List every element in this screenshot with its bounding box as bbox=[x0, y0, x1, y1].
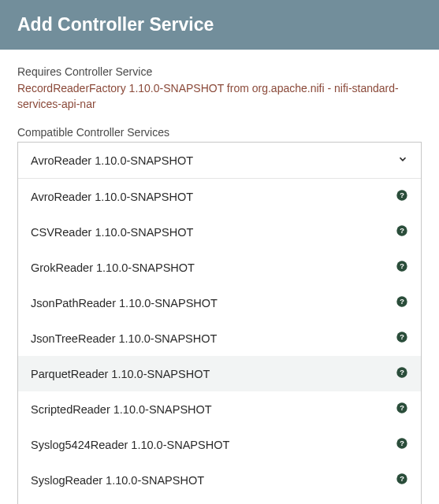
dropdown-option[interactable]: AvroReader 1.10.0-SNAPSHOT? bbox=[18, 179, 421, 214]
help-icon[interactable]: ? bbox=[396, 189, 408, 204]
help-icon[interactable]: ? bbox=[396, 260, 408, 275]
svg-text:?: ? bbox=[400, 405, 404, 413]
help-icon[interactable]: ? bbox=[396, 437, 408, 452]
requires-label: Requires Controller Service bbox=[17, 65, 422, 78]
dialog-title: Add Controller Service bbox=[0, 0, 439, 50]
chevron-down-icon bbox=[397, 154, 408, 167]
option-label: ParquetReader 1.10.0-SNAPSHOT bbox=[31, 368, 210, 380]
add-controller-service-dialog: Add Controller Service Requires Controll… bbox=[0, 0, 439, 504]
help-icon[interactable]: ? bbox=[396, 331, 408, 346]
dropdown-option[interactable]: ParquetReader 1.10.0-SNAPSHOT? bbox=[18, 356, 421, 391]
option-label: ScriptedReader 1.10.0-SNAPSHOT bbox=[31, 403, 212, 416]
dropdown-option[interactable]: ScriptedReader 1.10.0-SNAPSHOT? bbox=[18, 391, 421, 427]
dropdown-options-list: AvroReader 1.10.0-SNAPSHOT?CSVReader 1.1… bbox=[18, 179, 421, 504]
help-icon[interactable]: ? bbox=[396, 295, 408, 310]
svg-text:?: ? bbox=[400, 228, 404, 235]
dropdown-option[interactable]: Syslog5424Reader 1.10.0-SNAPSHOT? bbox=[18, 427, 421, 462]
option-label: CSVReader 1.10.0-SNAPSHOT bbox=[31, 226, 193, 239]
help-icon[interactable]: ? bbox=[396, 472, 408, 487]
dialog-body: Requires Controller Service RecordReader… bbox=[0, 50, 439, 504]
option-label: JsonTreeReader 1.10.0-SNAPSHOT bbox=[31, 332, 217, 345]
dropdown-option[interactable]: JsonTreeReader 1.10.0-SNAPSHOT? bbox=[18, 321, 421, 356]
svg-text:?: ? bbox=[400, 192, 404, 200]
help-icon[interactable]: ? bbox=[396, 402, 408, 417]
svg-text:?: ? bbox=[400, 369, 404, 377]
help-icon[interactable]: ? bbox=[396, 366, 408, 381]
svg-text:?: ? bbox=[400, 476, 404, 484]
svg-text:?: ? bbox=[400, 263, 404, 271]
dropdown-option[interactable]: XMLReader 1.10.0-SNAPSHOT? bbox=[18, 498, 421, 504]
help-icon[interactable]: ? bbox=[396, 224, 408, 239]
dropdown-option[interactable]: JsonPathReader 1.10.0-SNAPSHOT? bbox=[18, 285, 421, 321]
option-label: GrokReader 1.10.0-SNAPSHOT bbox=[31, 261, 195, 274]
dropdown-option[interactable]: SyslogReader 1.10.0-SNAPSHOT? bbox=[18, 462, 421, 498]
compatible-label: Compatible Controller Services bbox=[17, 126, 422, 139]
dropdown-option[interactable]: CSVReader 1.10.0-SNAPSHOT? bbox=[18, 214, 421, 250]
dropdown-selected-label: AvroReader 1.10.0-SNAPSHOT bbox=[31, 154, 193, 167]
option-label: SyslogReader 1.10.0-SNAPSHOT bbox=[31, 474, 204, 487]
dropdown-option[interactable]: GrokReader 1.10.0-SNAPSHOT? bbox=[18, 250, 421, 285]
svg-text:?: ? bbox=[400, 334, 404, 342]
dropdown-selected[interactable]: AvroReader 1.10.0-SNAPSHOT bbox=[18, 143, 421, 179]
option-label: JsonPathReader 1.10.0-SNAPSHOT bbox=[31, 297, 218, 309]
option-label: AvroReader 1.10.0-SNAPSHOT bbox=[31, 191, 193, 203]
option-label: Syslog5424Reader 1.10.0-SNAPSHOT bbox=[31, 439, 229, 451]
compatible-services-dropdown: AvroReader 1.10.0-SNAPSHOT AvroReader 1.… bbox=[17, 142, 422, 504]
requires-value: RecordReaderFactory 1.10.0-SNAPSHOT from… bbox=[17, 81, 422, 112]
svg-text:?: ? bbox=[400, 440, 404, 448]
svg-text:?: ? bbox=[400, 298, 404, 306]
